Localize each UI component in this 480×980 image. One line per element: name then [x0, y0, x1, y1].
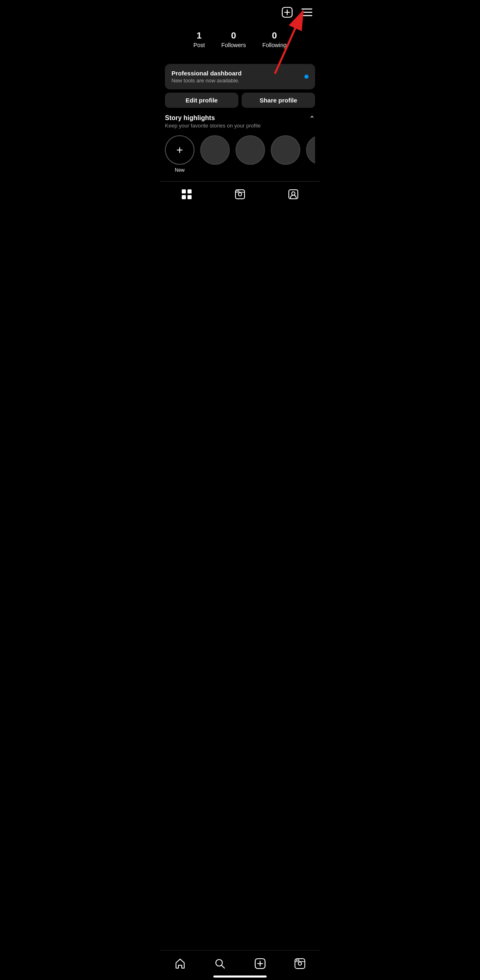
new-highlight-circle: +	[165, 135, 194, 165]
svg-point-15	[237, 191, 238, 192]
menu-button[interactable]	[300, 6, 313, 19]
highlight-circle-4	[306, 135, 315, 165]
followers-count: 0	[231, 30, 236, 41]
reels-tab[interactable]	[226, 186, 254, 202]
stats-row: 1 Post 0 Followers 0 Following	[160, 22, 320, 61]
post-label: Post	[193, 42, 205, 48]
story-highlights-subtitle: Keep your favorite stories on your profi…	[165, 123, 261, 129]
followers-label: Followers	[221, 42, 246, 48]
tagged-tab[interactable]	[280, 186, 307, 202]
pro-dashboard-title: Professional dashboard	[171, 70, 242, 77]
grid-tab[interactable]	[173, 186, 200, 202]
highlight-item-4[interactable]	[306, 135, 315, 173]
professional-dashboard[interactable]: Professional dashboard New tools are now…	[165, 64, 315, 89]
highlight-circle-3	[271, 135, 300, 165]
pro-dashboard-subtitle: New tools are now available.	[171, 77, 242, 84]
followers-stat[interactable]: 0 Followers	[221, 30, 246, 48]
story-highlights-text: Story highlights Keep your favorite stor…	[165, 114, 261, 129]
svg-rect-9	[187, 189, 192, 193]
content-tabs	[160, 181, 320, 207]
post-count: 1	[197, 30, 201, 41]
edit-profile-button[interactable]: Edit profile	[165, 93, 238, 108]
highlight-item-3[interactable]	[271, 135, 300, 173]
highlight-circle-2	[235, 135, 265, 165]
share-profile-button[interactable]: Share profile	[242, 93, 315, 108]
plus-icon: +	[176, 144, 183, 156]
svg-rect-11	[187, 195, 192, 199]
following-label: Following	[262, 42, 286, 48]
highlights-row: + New	[165, 130, 315, 178]
story-highlights-title: Story highlights	[165, 114, 261, 122]
collapse-highlights-button[interactable]: ⌃	[309, 114, 315, 123]
following-count: 0	[272, 30, 277, 41]
reels-icon	[235, 189, 245, 200]
pro-dashboard-text: Professional dashboard New tools are now…	[171, 70, 242, 84]
following-stat[interactable]: 0 Following	[262, 30, 286, 48]
new-highlight-label: New	[175, 167, 185, 173]
add-square-icon	[281, 7, 293, 18]
add-content-button[interactable]	[281, 6, 294, 19]
hamburger-icon	[301, 8, 313, 17]
blue-dot	[304, 75, 309, 79]
story-highlights-header: Story highlights Keep your favorite stor…	[165, 114, 315, 129]
svg-point-13	[238, 193, 242, 196]
top-bar	[160, 0, 320, 22]
svg-rect-10	[182, 195, 186, 199]
new-highlight-item[interactable]: + New	[165, 135, 194, 173]
highlight-item-2[interactable]	[235, 135, 265, 173]
story-highlights-section: Story highlights Keep your favorite stor…	[165, 114, 315, 178]
highlight-circle-1	[200, 135, 230, 165]
post-stat[interactable]: 1 Post	[193, 30, 205, 48]
grid-icon	[181, 189, 192, 200]
svg-point-18	[292, 192, 295, 195]
action-buttons: Edit profile Share profile	[165, 93, 315, 108]
svg-rect-8	[182, 189, 186, 193]
svg-point-16	[238, 191, 240, 192]
tagged-icon	[288, 189, 299, 200]
highlight-item-1[interactable]	[200, 135, 230, 173]
